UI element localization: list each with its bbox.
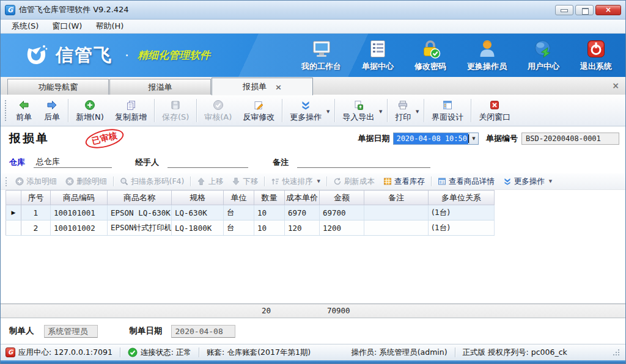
menu-item-window[interactable]: 窗口(W) bbox=[46, 20, 88, 33]
grid-empty-area bbox=[1, 236, 625, 304]
layout-design-icon bbox=[442, 100, 453, 111]
double-chevron-down-icon bbox=[503, 177, 512, 186]
delete-detail-button[interactable]: 删除明细 bbox=[61, 175, 111, 189]
doc-center-icon bbox=[367, 38, 388, 59]
column-header: 单位 bbox=[224, 191, 254, 205]
tab-close-icon[interactable]: × bbox=[275, 82, 282, 92]
menu-item-help[interactable]: 帮助(H) bbox=[89, 20, 130, 33]
table-row[interactable]: ▶ 1 100101001 EPSON LQ-630K LQ-630K 台 10… bbox=[6, 205, 495, 220]
toolbar-grip bbox=[5, 100, 8, 121]
copy-icon bbox=[125, 100, 136, 111]
action-doc-center[interactable]: 单据中心 bbox=[362, 38, 394, 72]
column-header: 金额 bbox=[320, 191, 364, 205]
brand-name: 信管飞 bbox=[56, 43, 112, 68]
doc-no-field: BSD-20200408-0001 bbox=[521, 133, 619, 145]
view-product-detail-button[interactable]: 查看商品详情 bbox=[433, 175, 499, 189]
close-button[interactable]: × bbox=[595, 5, 621, 15]
column-header: 商品名称 bbox=[108, 191, 172, 205]
maximize-button[interactable] bbox=[575, 5, 594, 15]
warehouse-field[interactable]: 总仓库 bbox=[34, 156, 112, 168]
tab-function-nav[interactable]: 功能导航窗 bbox=[7, 79, 109, 95]
created-date-label: 制单日期 bbox=[130, 326, 163, 337]
add-detail-button[interactable]: 添加明细 bbox=[11, 175, 61, 189]
quick-sort-button[interactable]: 快速排序 ▼ bbox=[267, 175, 324, 189]
import-export-button[interactable]: 导入导出 ▼ bbox=[337, 96, 385, 125]
summary-amount: 70900 bbox=[327, 306, 350, 315]
dropdown-caret-icon: ▼ bbox=[549, 179, 552, 184]
down-arrow-icon bbox=[232, 177, 240, 186]
add-icon bbox=[84, 100, 95, 111]
copy-new-button[interactable]: 复制新增 bbox=[109, 96, 152, 125]
audit-stamp: 已审核 bbox=[84, 126, 126, 151]
row-selector-header bbox=[6, 191, 21, 205]
reverse-audit-button[interactable]: 反审修改 bbox=[237, 96, 280, 125]
edit-icon bbox=[253, 100, 264, 111]
handler-field[interactable] bbox=[168, 156, 248, 168]
ui-design-button[interactable]: 界面设计 bbox=[426, 96, 469, 125]
banner: 信管飞 · 精细化管理软件 我的工作台 bbox=[1, 34, 625, 77]
tab-loss-doc[interactable]: 报损单 × bbox=[212, 78, 313, 95]
dropdown-caret-icon: ▼ bbox=[317, 179, 320, 184]
new-button[interactable]: 新增(N) bbox=[70, 96, 109, 125]
main-toolbar: 前单 后单 新增(N) 复制新增 bbox=[1, 95, 625, 126]
view-stock-button[interactable]: 查看库存 bbox=[379, 175, 429, 189]
refresh-cost-button[interactable]: 刷新成本 bbox=[329, 175, 379, 189]
action-switch-operator[interactable]: 更换操作员 bbox=[467, 38, 507, 72]
action-change-password[interactable]: 修改密码 bbox=[414, 38, 446, 72]
up-arrow-icon bbox=[197, 177, 205, 186]
print-button[interactable]: 打印 ▼ bbox=[389, 96, 422, 125]
dropdown-caret-icon: ▼ bbox=[416, 109, 419, 114]
move-up-button[interactable]: 上移 bbox=[193, 175, 227, 189]
doc-date-value: 2020-04-08 10:50 bbox=[394, 133, 468, 144]
status-bar: G 应用中心: 127.0.0.1:7091 连接状态: 正常 账套: 仓库账套… bbox=[1, 344, 625, 360]
dropdown-caret-icon: ▼ bbox=[326, 109, 330, 114]
column-header: 多单位关系 bbox=[429, 191, 495, 205]
password-lock-icon bbox=[420, 38, 441, 59]
banner-actions: 我的工作台 单据中心 修改密码 bbox=[301, 38, 614, 72]
window-bottom-edge bbox=[1, 360, 625, 363]
brand-logo-icon bbox=[23, 42, 50, 69]
summary-quantity: 20 bbox=[262, 306, 271, 315]
user-center-globe-icon bbox=[533, 38, 554, 59]
close-window-icon bbox=[489, 100, 500, 111]
form-header: 报损单 已审核 单据日期 2020-04-08 10:50 ▼ 单据编号 BSD… bbox=[1, 126, 625, 151]
close-window-button[interactable]: 关闭窗口 bbox=[473, 96, 516, 125]
date-dropdown-button[interactable]: ▼ bbox=[469, 133, 478, 144]
tab-overflow-doc[interactable]: 报溢单 bbox=[109, 79, 211, 95]
next-doc-button[interactable]: 后单 bbox=[38, 96, 66, 125]
grid-header-row: 序号 商品编码 商品名称 规格 单位 数量 成本单价 金额 备注 多单位关系 bbox=[6, 191, 495, 205]
form-fields-row: 仓库 总仓库 经手人 备注 bbox=[1, 151, 625, 173]
tabstrip-close-icon[interactable]: × bbox=[612, 81, 619, 90]
doc-date-field[interactable]: 2020-04-08 10:50 ▼ bbox=[393, 133, 479, 145]
status-account-set: 账套: 仓库账套(2017年第1期) bbox=[207, 348, 311, 358]
minimize-button[interactable] bbox=[555, 5, 573, 15]
document-panel: 报损单 已审核 单据日期 2020-04-08 10:50 ▼ 单据编号 BSD… bbox=[1, 126, 625, 344]
action-my-workstation[interactable]: 我的工作台 bbox=[301, 38, 341, 72]
scan-barcode-button[interactable]: 扫描条形码(F4) bbox=[116, 175, 188, 189]
column-header: 商品编码 bbox=[51, 191, 108, 205]
remark-field[interactable] bbox=[297, 156, 430, 168]
save-button[interactable]: 保存(S) bbox=[156, 96, 194, 125]
move-down-button[interactable]: 下移 bbox=[227, 175, 262, 189]
printer-icon bbox=[397, 100, 408, 111]
resize-grip[interactable] bbox=[613, 349, 620, 357]
doc-no-label: 单据编号 bbox=[486, 133, 518, 144]
column-header: 规格 bbox=[172, 191, 224, 205]
column-header: 序号 bbox=[21, 191, 51, 205]
audit-button[interactable]: 审核(A) bbox=[199, 96, 237, 125]
detail-more-operations-button[interactable]: 更多操作 ▼ bbox=[499, 175, 556, 189]
audit-check-icon bbox=[213, 100, 224, 111]
title-bar: G 信管飞仓库管理软件 V9.2.424 × bbox=[1, 1, 625, 20]
action-user-center[interactable]: 用户中心 bbox=[528, 38, 559, 72]
add-circle-icon bbox=[15, 177, 24, 186]
operator-icon bbox=[477, 38, 498, 59]
table-row[interactable]: 2 100101002 EPSON针式打印机 LQ-1800K 台 10 120… bbox=[6, 220, 495, 236]
menu-item-system[interactable]: 系统(S) bbox=[6, 20, 45, 33]
stock-grid-icon bbox=[383, 177, 392, 186]
action-exit-system[interactable]: 退出系统 bbox=[580, 38, 612, 72]
brand-separator: · bbox=[125, 48, 129, 63]
more-operations-button[interactable]: 更多操作 ▼ bbox=[284, 96, 333, 125]
prev-doc-button[interactable]: 前单 bbox=[10, 96, 38, 125]
double-chevron-down-icon bbox=[300, 100, 311, 111]
form-header-right: 单据日期 2020-04-08 10:50 ▼ 单据编号 BSD-2020040… bbox=[358, 133, 619, 145]
